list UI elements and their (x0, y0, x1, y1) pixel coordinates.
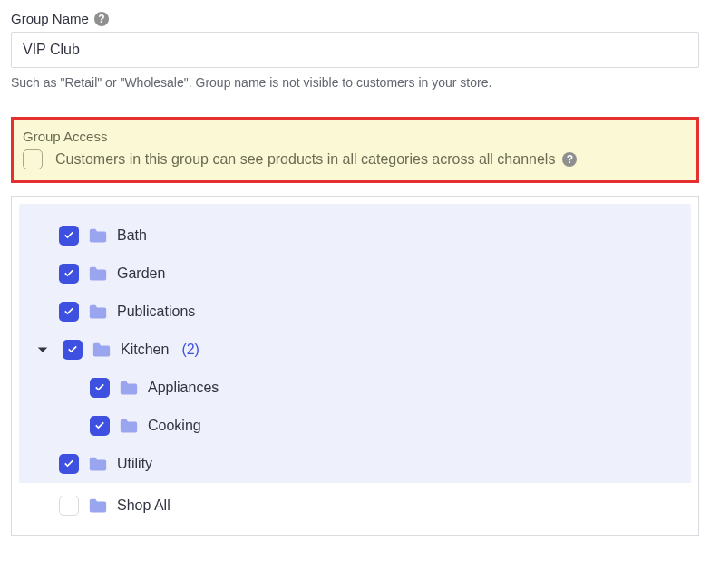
check-icon (63, 305, 75, 318)
tree-row-bath[interactable]: Bath (34, 217, 676, 255)
group-name-input[interactable] (11, 32, 699, 68)
check-icon (66, 343, 79, 356)
checkbox-shop-all[interactable] (59, 496, 79, 516)
checkbox-utility[interactable] (59, 454, 79, 474)
group-name-label: Group Name (11, 11, 89, 26)
folder-icon (119, 418, 139, 434)
category-tree-panel: Bath Garden Publications (11, 196, 699, 536)
help-icon[interactable]: ? (562, 152, 577, 167)
tree-label: Publications (117, 304, 195, 320)
folder-icon (92, 342, 112, 358)
tree-row-utility[interactable]: Utility (34, 445, 676, 483)
tree-label: Appliances (148, 380, 219, 396)
tree-label: Bath (117, 227, 147, 244)
tree-row-appliances[interactable]: Appliances (34, 369, 676, 407)
group-access-text: Customers in this group can see products… (55, 151, 555, 168)
check-icon (63, 229, 75, 242)
folder-icon (88, 227, 108, 244)
checkbox-bath[interactable] (59, 226, 79, 246)
group-access-checkbox[interactable] (23, 149, 43, 169)
checkbox-appliances[interactable] (90, 378, 110, 398)
folder-icon (88, 304, 108, 320)
group-access-panel: Group Access Customers in this group can… (11, 117, 699, 183)
help-icon[interactable]: ? (94, 12, 109, 26)
check-icon (63, 267, 75, 280)
tree-label: Kitchen (121, 342, 169, 358)
tree-row-publications[interactable]: Publications (34, 293, 676, 331)
group-name-hint: Such as "Retail" or "Wholesale". Group n… (11, 75, 699, 90)
tree-label: Utility (117, 456, 152, 472)
tree-row-garden[interactable]: Garden (34, 255, 676, 293)
tree-label: Shop All (117, 497, 170, 514)
check-icon (93, 419, 106, 432)
folder-icon (119, 380, 139, 396)
tree-count: (2) (181, 342, 199, 358)
check-icon (63, 458, 75, 470)
tree-row-kitchen[interactable]: Kitchen (2) (34, 331, 676, 369)
folder-icon (88, 265, 108, 282)
tree-row-shop-all[interactable]: Shop All (19, 483, 691, 528)
tree-label: Cooking (148, 418, 201, 434)
tree-row-cooking[interactable]: Cooking (34, 407, 676, 445)
checkbox-cooking[interactable] (90, 416, 110, 436)
folder-icon (88, 456, 108, 472)
checkbox-kitchen[interactable] (63, 340, 83, 360)
group-access-title: Group Access (23, 129, 687, 144)
checkbox-garden[interactable] (59, 264, 79, 284)
tree-label: Garden (117, 265, 165, 282)
checkbox-publications[interactable] (59, 302, 79, 322)
check-icon (93, 381, 106, 394)
chevron-down-icon[interactable] (34, 343, 52, 356)
folder-icon (88, 497, 108, 514)
